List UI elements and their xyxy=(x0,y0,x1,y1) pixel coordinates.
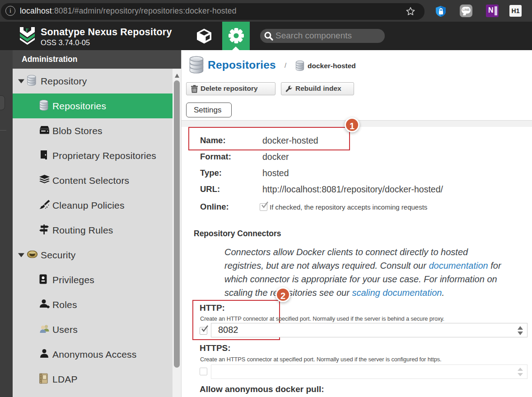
svg-text:r: r xyxy=(26,27,28,33)
